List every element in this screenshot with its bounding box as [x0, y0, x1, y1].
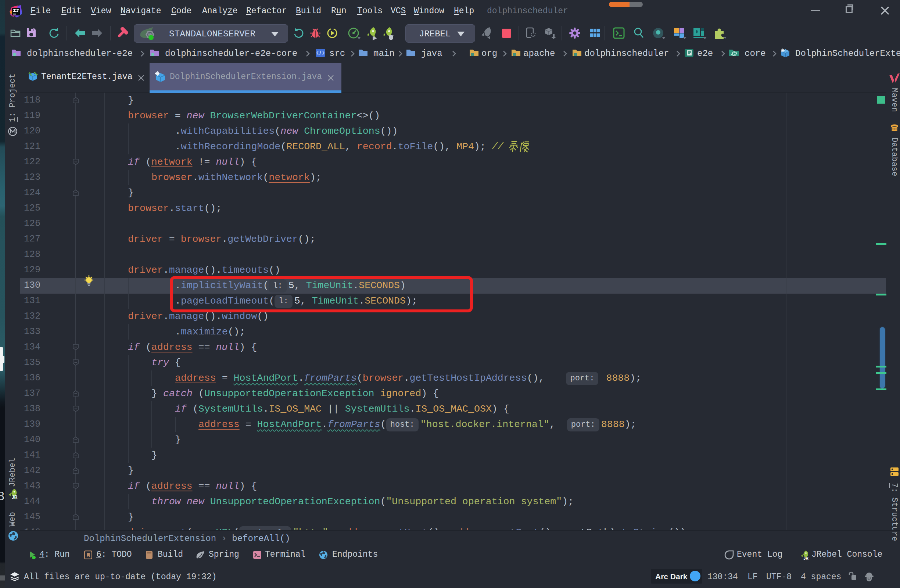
svg-text:JR: JR [803, 556, 808, 560]
